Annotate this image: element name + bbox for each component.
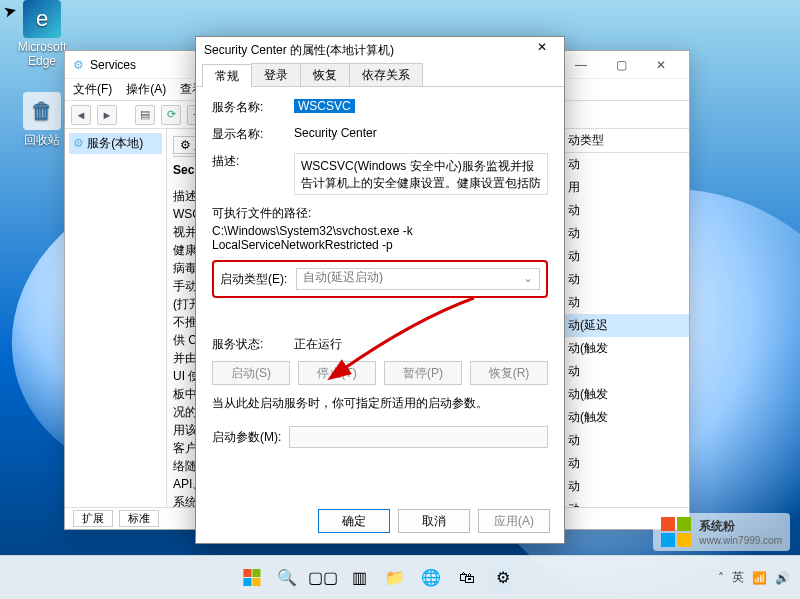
table-row[interactable]: 用本地系统 [562,176,689,199]
widgets-icon[interactable]: ▥ [344,563,374,593]
label-service-name: 服务名称: [212,99,294,116]
table-row[interactable]: 动本地服务 [562,360,689,383]
table-row[interactable]: 动本地系统 [562,291,689,314]
tab-standard[interactable]: 标准 [119,510,159,527]
services-title: Services [90,58,136,72]
label-display-name: 显示名称: [212,126,294,143]
services-tree[interactable]: ⚙ 服务(本地) [65,129,167,507]
label-startup-type: 启动类型(E): [220,271,296,288]
search-icon[interactable]: 🔍 [272,563,302,593]
label-exe-path: 可执行文件的路径: [212,205,548,222]
table-row[interactable]: 动本地系统 [562,268,689,291]
services-list[interactable]: 动类型登录为 动本地服务用本地系统动本地系统动网络服务动本地系统动本地系统动本地… [561,129,689,507]
sound-icon[interactable]: 🔊 [775,571,790,585]
taskbar: 🔍 ▢▢ ▥ 📁 🌐 🛍 ⚙ ˄ 英 📶 🔊 [0,555,800,599]
label-start-params: 启动参数(M): [212,429,281,446]
label-status: 服务状态: [212,336,294,353]
service-properties-dialog: Security Center 的属性(本地计算机) ✕ 常规 登录 恢复 依存… [195,36,565,544]
ime-indicator[interactable]: 英 [732,569,744,586]
label-description: 描述: [212,153,294,170]
desktop-icon-edge[interactable]: e Microsoft Edge [14,0,70,68]
edge-task-icon[interactable]: 🌐 [416,563,446,593]
startup-type-select[interactable]: 自动(延迟启动) [296,268,540,290]
desktop-icon-recycle-bin[interactable]: 🗑 回收站 [14,92,70,149]
watermark: 系统粉 www.win7999.com [653,513,790,551]
menu-file[interactable]: 文件(F) [73,81,112,98]
maximize-button[interactable]: ▢ [601,54,641,76]
table-row[interactable]: 动(触发本地系统 [562,383,689,406]
apply-button[interactable]: 应用(A) [478,509,550,533]
table-row[interactable]: 动本地服务 [562,452,689,475]
table-row[interactable]: 动本地服务 [562,153,689,177]
table-row[interactable]: 动本地系统 [562,199,689,222]
startup-type-highlight: 启动类型(E): 自动(延迟启动) [212,260,548,298]
toolbar-fwd-icon[interactable]: ► [97,105,117,125]
pause-button[interactable]: 暂停(P) [384,361,462,385]
system-tray[interactable]: ˄ 英 📶 🔊 [718,569,790,586]
tab-dependencies[interactable]: 依存关系 [349,63,423,86]
minimize-button[interactable]: — [561,54,601,76]
explorer-icon[interactable]: 📁 [380,563,410,593]
start-params-hint: 当从此处启动服务时，你可指定所适用的启动参数。 [212,395,548,412]
value-service-name: WSCSVC [294,99,355,113]
value-status: 正在运行 [294,336,342,353]
table-row[interactable]: 动本地系统 [562,429,689,452]
table-row[interactable]: 动(延迟本地服务 [562,314,689,337]
value-exe-path: C:\Windows\System32\svchost.exe -k Local… [212,224,548,252]
taskview-icon[interactable]: ▢▢ [308,563,338,593]
value-description: WSCSVC(Windows 安全中心)服务监视并报告计算机上的安全健康设置。健… [294,153,548,195]
start-button[interactable]: 启动(S) [212,361,290,385]
tray-chevron-icon[interactable]: ˄ [718,571,724,585]
gear-icon: ⚙ [73,58,84,72]
tab-general[interactable]: 常规 [202,64,252,87]
tab-recovery[interactable]: 恢复 [300,63,350,86]
table-row[interactable]: 动网络服务 [562,222,689,245]
dialog-title: Security Center 的属性(本地计算机) [204,42,394,59]
stop-button[interactable]: 停止(T) [298,361,376,385]
resume-button[interactable]: 恢复(R) [470,361,548,385]
tab-extended[interactable]: 扩展 [73,510,113,527]
edge-label: Microsoft Edge [18,40,67,68]
ok-button[interactable]: 确定 [318,509,390,533]
start-params-input[interactable] [289,426,548,448]
recycle-bin-label: 回收站 [24,133,60,147]
toolbar-refresh-icon[interactable]: ⟳ [161,105,181,125]
store-icon[interactable]: 🛍 [452,563,482,593]
start-button[interactable] [236,563,266,593]
table-row[interactable]: 动本地系统 [562,245,689,268]
menu-action[interactable]: 操作(A) [126,81,166,98]
mslogo-icon [661,517,691,547]
table-row[interactable]: 动(触发本地系统 [562,406,689,429]
network-icon[interactable]: 📶 [752,571,767,585]
toolbar-back-icon[interactable]: ◄ [71,105,91,125]
table-row[interactable]: 动本地系统 [562,475,689,498]
value-display-name: Security Center [294,126,548,140]
toolbar-props-icon[interactable]: ▤ [135,105,155,125]
table-row[interactable]: 动本地系统 [562,498,689,507]
dialog-close-button[interactable]: ✕ [528,40,556,60]
tab-logon[interactable]: 登录 [251,63,301,86]
close-button[interactable]: ✕ [641,54,681,76]
table-row[interactable]: 动(触发本地系统 [562,337,689,360]
cancel-button[interactable]: 取消 [398,509,470,533]
services-task-icon[interactable]: ⚙ [488,563,518,593]
